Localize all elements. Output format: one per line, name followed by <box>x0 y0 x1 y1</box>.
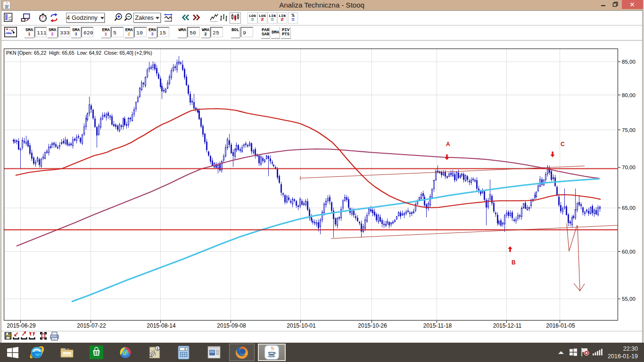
svg-text:2015-06-29: 2015-06-29 <box>7 322 36 329</box>
svg-text:75,00: 75,00 <box>622 127 636 133</box>
svg-text:55,00: 55,00 <box>622 296 636 302</box>
svg-text:2016-01-05: 2016-01-05 <box>546 322 575 329</box>
svg-text:C: C <box>561 141 565 148</box>
svg-text:B: B <box>512 259 516 266</box>
svg-text:1: 1 <box>157 346 159 351</box>
svg-text:85,00: 85,00 <box>622 59 636 65</box>
svg-text:2015-11-18: 2015-11-18 <box>423 322 452 329</box>
svg-text:2015-07-22: 2015-07-22 <box>77 322 106 329</box>
svg-text:2015-09-08: 2015-09-08 <box>217 322 246 329</box>
svg-text:60,00: 60,00 <box>622 249 636 255</box>
svg-text:2015-10-01: 2015-10-01 <box>287 322 316 329</box>
svg-text:80,00: 80,00 <box>622 92 636 98</box>
svg-text:65,00: 65,00 <box>622 205 636 211</box>
svg-text:A: A <box>446 141 450 148</box>
svg-text:PKN [Open: 65,22 High: 65,65: PKN [Open: 65,22 High: 65,65 Low: 64,92 … <box>6 50 152 56</box>
svg-text:2: 2 <box>150 353 152 357</box>
svg-text:70,00: 70,00 <box>622 165 636 170</box>
svg-text:2015-10-26: 2015-10-26 <box>358 322 387 329</box>
svg-text:2015-08-14: 2015-08-14 <box>147 322 176 329</box>
svg-text:0: 0 <box>184 348 186 351</box>
svg-text:2015-12-11: 2015-12-11 <box>493 322 522 329</box>
